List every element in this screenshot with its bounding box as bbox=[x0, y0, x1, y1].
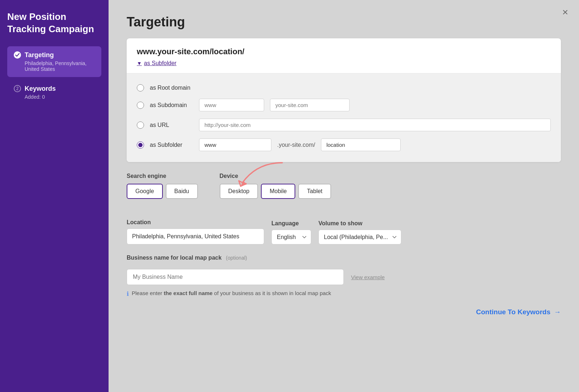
check-icon bbox=[14, 51, 21, 59]
search-engine-buttons: Google Baidu bbox=[127, 184, 198, 199]
info-suffix: of your business as it is shown in local… bbox=[212, 290, 331, 296]
continue-arrow: → bbox=[554, 308, 561, 316]
location-language-row: Location Language English Spanish French… bbox=[127, 219, 561, 244]
radio-subfolder[interactable] bbox=[137, 141, 144, 149]
engine-device-row: Search engine Google Baidu Device Deskto… bbox=[127, 173, 561, 209]
tablet-button[interactable]: Tablet bbox=[298, 184, 331, 199]
radio-root-label: as Root domain bbox=[150, 85, 193, 91]
continue-row: Continue To Keywords → bbox=[127, 308, 561, 316]
radio-row-url: as URL bbox=[137, 115, 551, 135]
radio-options-panel: as Root domain as Subdomain as URL as Su… bbox=[127, 73, 561, 162]
keywords-label: Keywords bbox=[25, 85, 56, 93]
chevron-down-icon: ▼ bbox=[137, 60, 142, 66]
radio-row-subdomain: as Subdomain bbox=[137, 95, 551, 115]
close-button[interactable]: × bbox=[562, 7, 568, 17]
volume-label: Volume to show bbox=[318, 220, 401, 227]
subfolder-toggle[interactable]: ▼ as Subfolder bbox=[137, 60, 551, 67]
sidebar-item-keywords[interactable]: 2 Keywords Added: 0 bbox=[7, 80, 101, 105]
device-section: Device Desktop Mobile Tablet bbox=[220, 173, 331, 199]
radio-row-root: as Root domain bbox=[137, 81, 551, 95]
keywords-sub: Added: 0 bbox=[25, 94, 95, 100]
info-icon: ℹ bbox=[127, 290, 129, 297]
radio-root[interactable] bbox=[137, 84, 144, 91]
search-engine-section: Search engine Google Baidu bbox=[127, 173, 198, 199]
sidebar: New Position Tracking Campaign Targeting… bbox=[0, 0, 109, 392]
sidebar-title: New Position Tracking Campaign bbox=[7, 11, 101, 35]
business-name-input[interactable] bbox=[127, 269, 344, 285]
device-buttons: Desktop Mobile Tablet bbox=[220, 184, 331, 199]
optional-tag: (optional) bbox=[226, 255, 247, 261]
targeting-sub: Philadelphia, Pennsylvania, United State… bbox=[25, 60, 95, 72]
language-select[interactable]: English Spanish French bbox=[271, 230, 311, 244]
location-field-group: Location bbox=[127, 219, 264, 244]
location-input[interactable] bbox=[127, 229, 264, 244]
google-button[interactable]: Google bbox=[127, 184, 163, 199]
domain-header: www.your-site.com/location/ ▼ as Subfold… bbox=[127, 38, 561, 73]
keywords-number: 2 bbox=[14, 85, 21, 92]
business-row: View example bbox=[127, 269, 561, 285]
continue-button[interactable]: Continue To Keywords → bbox=[476, 308, 561, 316]
radio-url[interactable] bbox=[137, 122, 144, 129]
main-content: × Targeting www.your-site.com/location/ … bbox=[109, 0, 579, 392]
search-engine-label: Search engine bbox=[127, 173, 198, 179]
language-field-group: Language English Spanish French bbox=[271, 220, 311, 244]
radio-subdomain-label: as Subdomain bbox=[150, 102, 193, 108]
radio-row-subfolder: as Subfolder .your-site.com/ bbox=[137, 135, 551, 155]
view-example-link[interactable]: View example bbox=[351, 274, 385, 280]
info-text: Please enter the exact full name of your… bbox=[132, 290, 331, 296]
sidebar-nav: Targeting Philadelphia, Pennsylvania, Un… bbox=[7, 46, 101, 105]
volume-field-group: Volume to show Local (Philadelphia, Pe..… bbox=[318, 220, 401, 244]
volume-select[interactable]: Local (Philadelphia, Pe... National Glob… bbox=[318, 230, 401, 244]
business-section: Business name for local map pack (option… bbox=[127, 255, 561, 297]
business-header: Business name for local map pack (option… bbox=[127, 255, 561, 265]
info-row: ℹ Please enter the exact full name of yo… bbox=[127, 290, 561, 297]
mobile-button[interactable]: Mobile bbox=[261, 184, 295, 199]
subfolder-separator: .your-site.com/ bbox=[277, 142, 315, 148]
subfolder-www-input[interactable] bbox=[199, 139, 271, 151]
language-label: Language bbox=[271, 220, 311, 227]
sidebar-item-targeting[interactable]: Targeting Philadelphia, Pennsylvania, Un… bbox=[7, 46, 101, 77]
radio-subfolder-label: as Subfolder bbox=[150, 142, 193, 148]
location-label: Location bbox=[127, 219, 264, 226]
radio-url-label: as URL bbox=[150, 122, 193, 128]
continue-label: Continue To Keywords bbox=[476, 308, 550, 316]
info-prefix: Please enter bbox=[132, 290, 164, 296]
subfolder-toggle-label: as Subfolder bbox=[144, 60, 177, 67]
subdomain-domain-input[interactable] bbox=[270, 99, 350, 111]
subfolder-path-input[interactable] bbox=[321, 139, 401, 151]
page-title: Targeting bbox=[127, 14, 561, 30]
baidu-button[interactable]: Baidu bbox=[166, 184, 198, 199]
url-input[interactable] bbox=[199, 119, 551, 131]
domain-card: www.your-site.com/location/ ▼ as Subfold… bbox=[127, 38, 561, 162]
targeting-label: Targeting bbox=[25, 51, 54, 59]
subdomain-prefix-input[interactable] bbox=[199, 99, 264, 111]
radio-subdomain[interactable] bbox=[137, 102, 144, 109]
desktop-button[interactable]: Desktop bbox=[220, 184, 258, 199]
domain-url: www.your-site.com/location/ bbox=[137, 47, 551, 56]
business-label: Business name for local map pack bbox=[127, 255, 221, 261]
info-bold: the exact full name bbox=[164, 290, 212, 296]
device-label: Device bbox=[220, 173, 331, 179]
